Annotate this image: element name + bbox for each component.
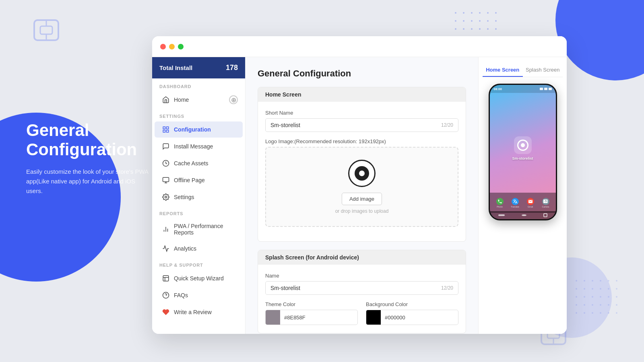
deco-grid-bottom: [576, 280, 624, 322]
logo-label: Logo Image:(Recommended resolution: 192x…: [265, 138, 458, 144]
dock-gmail-icon: [527, 198, 534, 205]
sidebar-item-install-message[interactable]: Install Message: [155, 138, 243, 154]
total-install-widget: Total Install 178: [152, 57, 245, 78]
logo-top-left: [32, 16, 68, 46]
svg-rect-17: [163, 177, 169, 182]
upload-icon: [348, 160, 376, 187]
phone-status-icons: [540, 88, 552, 90]
name-value: Sm-storelist: [270, 285, 300, 291]
section-label-reports: REPORTS: [152, 206, 245, 218]
sidebar-item-settings[interactable]: Settings: [155, 189, 243, 205]
svg-point-20: [165, 196, 167, 198]
bg-color-input[interactable]: #000000: [366, 310, 458, 325]
sidebar-item-configuration-label: Configuration: [174, 126, 211, 133]
bg-color-swatch: [366, 310, 381, 325]
section-label-settings: SETTINGS: [152, 108, 245, 121]
titlebar: [152, 36, 567, 57]
traffic-lights: [160, 44, 184, 49]
svg-rect-5: [40, 26, 52, 34]
phone-nav-bar: [490, 211, 556, 219]
dock-phone-icon: [496, 198, 504, 205]
add-button[interactable]: ⊕: [229, 95, 238, 104]
settings-icon: [162, 193, 170, 201]
sidebar-item-offline-page-label: Offline Page: [174, 177, 205, 183]
sidebar-item-write-review[interactable]: Write a Review: [155, 304, 243, 320]
sidebar-item-faqs[interactable]: FAQs: [155, 287, 243, 303]
svg-rect-3: [576, 280, 624, 320]
dock-translate: Translate: [510, 197, 521, 208]
title-line2: Configuration: [26, 140, 137, 159]
minimize-button[interactable]: [169, 44, 175, 49]
sidebar-item-install-message-label: Install Message: [174, 143, 213, 150]
splash-screen-card: Splash Screen (for Android device) Name …: [258, 250, 466, 333]
upload-icon-inner: [355, 166, 369, 181]
preview-tabs: Home Screen Splash Screen: [483, 64, 563, 77]
sidebar: Total Install 178 DASHBOARD Home ⊕ SETTI…: [152, 57, 246, 334]
svg-rect-12: [163, 127, 165, 129]
upload-icon-dot: [359, 171, 365, 176]
section-label-dashboard: DASHBOARD: [152, 78, 245, 91]
preview-panel: Home Screen Splash Screen 08:00: [478, 57, 567, 334]
faq-icon: [162, 291, 170, 299]
theme-color-input[interactable]: #8E858F: [265, 310, 358, 325]
bg-circle-top-right: [555, 0, 644, 80]
short-name-input[interactable]: Sm-storelist 12/20: [265, 118, 458, 132]
dock-gmail-label: Gmail: [528, 206, 533, 208]
color-row: Theme Color #8E858F Background Color #00…: [265, 301, 458, 325]
config-icon: [162, 125, 170, 134]
sidebar-item-write-review-label: Write a Review: [174, 309, 212, 315]
sidebar-item-configuration[interactable]: Configuration: [155, 121, 243, 138]
home-screen-card: Home Screen Short Name Sm-storelist 12/2…: [258, 87, 466, 242]
close-button[interactable]: [160, 44, 166, 49]
dock-phone-label: Phone: [497, 206, 502, 208]
name-input[interactable]: Sm-storelist 12/20: [265, 281, 458, 295]
home-screen-header: Home Screen: [258, 87, 466, 102]
bg-color-group: Background Color #000000: [366, 301, 458, 325]
splash-screen-header: Splash Screen (for Android device): [258, 250, 466, 265]
phone-dock: Phone Translate Gmail: [490, 193, 556, 213]
upload-area[interactable]: Add image or drop images to upload: [265, 147, 458, 227]
maximize-button[interactable]: [178, 44, 184, 49]
window-body: Total Install 178 DASHBOARD Home ⊕ SETTI…: [152, 57, 567, 334]
sidebar-item-offline-page[interactable]: Offline Page: [155, 172, 243, 188]
sidebar-item-quick-setup[interactable]: Quick Setup Wizard: [155, 270, 243, 286]
add-image-button[interactable]: Add image: [342, 193, 382, 205]
theme-color-swatch: [266, 310, 280, 325]
svg-rect-13: [167, 127, 169, 129]
short-name-label: Short Name: [265, 110, 458, 116]
dock-translate-label: Translate: [511, 206, 519, 208]
sidebar-item-cache-assets[interactable]: Cache Assets: [155, 155, 243, 171]
signal-icon: [540, 88, 543, 90]
cache-icon: [162, 159, 170, 167]
tab-splash-screen[interactable]: Splash Screen: [523, 64, 563, 77]
battery-icon: [549, 88, 552, 90]
home-btn: [522, 214, 526, 216]
phone-screen: 08:00 Sm-s: [490, 85, 556, 219]
page-title: General Configuration: [258, 68, 466, 79]
dock-camera-label: Camera: [542, 206, 549, 208]
left-description: Easily customize the look of your store'…: [26, 167, 151, 196]
sidebar-item-home-label: Home: [174, 97, 189, 103]
name-group: Name Sm-storelist 12/20: [265, 273, 458, 295]
dock-camera-icon: [542, 198, 549, 205]
sidebar-item-pwa-reports[interactable]: PWA / Performance Reports: [155, 219, 243, 240]
total-install-count: 178: [226, 64, 238, 72]
logo-group: Logo Image:(Recommended resolution: 192x…: [265, 138, 458, 227]
dock-camera: Camera: [540, 197, 551, 208]
sidebar-item-analytics[interactable]: Analytics: [155, 241, 243, 257]
sidebar-item-cache-assets-label: Cache Assets: [174, 160, 208, 167]
svg-rect-15: [163, 130, 165, 132]
app-icon-inner: [517, 140, 528, 151]
phone-app-icon: [514, 136, 531, 154]
phone-center-content: Sm-storelist: [512, 136, 533, 160]
short-name-value: Sm-storelist: [270, 122, 300, 128]
back-btn: [498, 214, 505, 216]
home-screen-body: Short Name Sm-storelist 12/20 Logo Image…: [258, 102, 466, 241]
sidebar-item-home[interactable]: Home ⊕: [155, 92, 243, 108]
phone-time: 08:00: [494, 87, 502, 91]
recent-btn: [543, 213, 547, 217]
sidebar-item-analytics-label: Analytics: [174, 245, 196, 252]
sidebar-item-pwa-reports-label: PWA / Performance Reports: [174, 223, 235, 236]
tab-home-screen[interactable]: Home Screen: [483, 64, 523, 77]
theme-color-label: Theme Color: [265, 301, 358, 307]
